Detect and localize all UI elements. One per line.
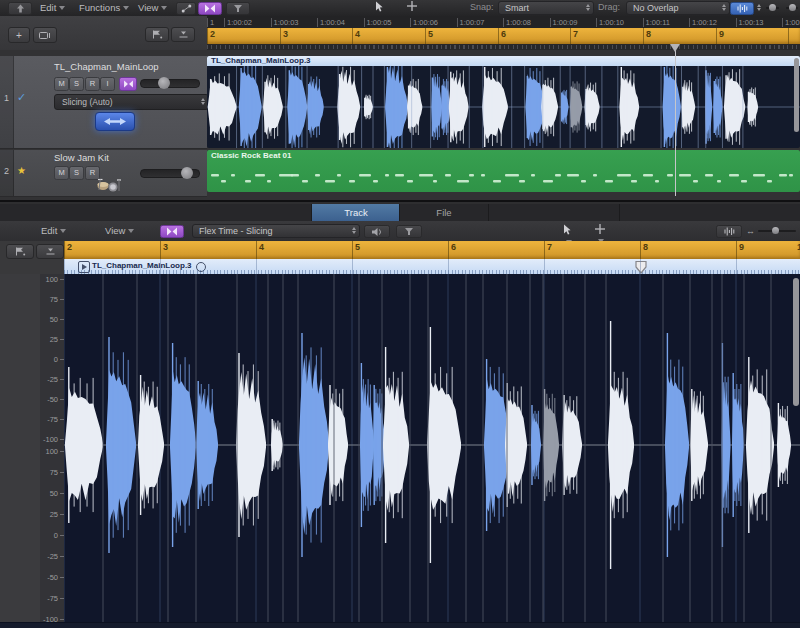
waveform-blob[interactable] xyxy=(619,77,639,140)
waveform-zoom-button[interactable] xyxy=(730,2,754,15)
waveform-blob[interactable] xyxy=(407,83,422,132)
editor-scrollbar-thumb[interactable] xyxy=(793,278,799,406)
waveform-blob[interactable] xyxy=(449,77,469,140)
tab-file[interactable]: File xyxy=(400,204,488,221)
nav-up-icon[interactable] xyxy=(8,2,32,15)
flex-icon xyxy=(204,4,216,13)
chevron-down-icon xyxy=(60,229,66,233)
flex-button[interactable] xyxy=(198,2,222,15)
editor-region-header[interactable]: TL_Chapman_MainLoop.3 xyxy=(64,259,800,274)
waveform-blob[interactable] xyxy=(287,70,307,146)
editor-filter-button[interactable] xyxy=(396,225,422,238)
editor-pointer-tool[interactable] xyxy=(560,224,575,237)
crosshair-tool-button[interactable] xyxy=(404,1,420,14)
scale-label: 0 xyxy=(54,531,58,540)
bar-ruler[interactable]: 23456789 xyxy=(207,28,800,44)
slider-knob[interactable] xyxy=(772,227,779,234)
track-collapse-button[interactable] xyxy=(171,27,195,42)
record-button[interactable]: R xyxy=(85,77,100,91)
scrollbar-thumb[interactable] xyxy=(794,58,799,132)
time-label: 1:00:04 xyxy=(320,18,345,27)
tab-track[interactable]: Track xyxy=(312,204,400,221)
midi-region[interactable]: Classic Rock Beat 01 xyxy=(207,150,800,192)
bar-separator xyxy=(736,241,737,259)
time-ruler[interactable]: 11:00:021:00:031:00:041:00:051:00:061:00… xyxy=(207,16,800,28)
track-star-icon[interactable]: ★ xyxy=(17,165,26,176)
prelisten-button[interactable] xyxy=(364,225,390,238)
crosshair-icon xyxy=(407,1,417,11)
horizontal-zoom-slider[interactable] xyxy=(786,7,798,9)
waveform-blob[interactable] xyxy=(663,71,681,144)
time-tick xyxy=(410,18,411,27)
waveform-blob[interactable] xyxy=(385,66,408,148)
waveform-blob[interactable] xyxy=(263,78,283,136)
playhead[interactable] xyxy=(675,50,676,196)
waveform-blob[interactable] xyxy=(724,75,745,142)
volume-slider[interactable] xyxy=(140,79,200,88)
editor-edit-menu[interactable]: Edit xyxy=(38,224,69,237)
bar-number: 6 xyxy=(451,242,456,252)
automation-button[interactable] xyxy=(176,2,196,15)
track-name[interactable]: Slow Jam Kit xyxy=(54,152,109,163)
midi-note xyxy=(555,174,561,176)
snap-select[interactable]: Smart xyxy=(498,1,594,15)
edit-menu[interactable]: Edit xyxy=(37,1,68,14)
transient-edit-button[interactable] xyxy=(95,112,135,131)
track-check-icon[interactable]: ✓ xyxy=(17,91,26,104)
functions-menu[interactable]: Functions xyxy=(76,1,132,14)
waveform-blob[interactable] xyxy=(337,71,360,145)
add-track-button[interactable]: + xyxy=(8,27,30,43)
track-name[interactable]: TL_Chapman_MainLoop xyxy=(54,61,159,72)
editor-bar-ruler[interactable]: 234567891 xyxy=(64,241,800,259)
volume-knob[interactable] xyxy=(181,167,193,179)
amplitude-scale: 1007550250-25-50-75-1001007550250-25-50-… xyxy=(40,274,64,622)
view-menu[interactable]: View xyxy=(135,1,170,14)
volume-knob[interactable] xyxy=(158,77,170,89)
editor-crosshair-tool[interactable] xyxy=(592,224,608,237)
editor-view-menu[interactable]: View xyxy=(102,224,137,237)
waveform-blob[interactable] xyxy=(208,79,237,135)
solo-button[interactable]: S xyxy=(69,166,84,180)
mute-button[interactable]: M xyxy=(54,166,69,180)
region-header[interactable]: TL_Chapman_MainLoop.3 xyxy=(207,56,800,66)
waveform-blob[interactable] xyxy=(585,85,600,128)
track-header-2[interactable]: 2 ★ Slow Jam Kit MSR xyxy=(0,150,207,197)
editor-collapse-button[interactable] xyxy=(36,244,64,259)
catch-playhead-button[interactable] xyxy=(6,244,34,259)
bar-number: 7 xyxy=(547,242,552,252)
drag-select[interactable]: No Overlap xyxy=(626,1,730,15)
solo-button[interactable]: S xyxy=(69,77,84,91)
waveform-blob[interactable] xyxy=(482,75,508,139)
editor-zoom-slider[interactable] xyxy=(758,230,796,232)
waveform-blob[interactable] xyxy=(307,81,324,135)
flex-mode-select[interactable]: Flex Time - Slicing xyxy=(192,224,360,238)
waveform-blob[interactable] xyxy=(541,83,558,132)
input-button[interactable]: I xyxy=(100,77,115,91)
track-flex-button[interactable] xyxy=(119,77,137,91)
pointer-tool-button[interactable] xyxy=(372,1,387,14)
editor-flex-button[interactable] xyxy=(160,225,184,238)
flex-marker[interactable] xyxy=(634,260,648,274)
playhead-handle[interactable] xyxy=(670,44,680,52)
waveform[interactable] xyxy=(207,66,800,148)
scale-label: 100 xyxy=(45,447,58,456)
waveform-zoom-icon xyxy=(723,227,736,236)
midi-note xyxy=(291,174,299,176)
slider-knob[interactable] xyxy=(769,4,776,11)
track-header-1[interactable]: 1 ✓ TL_Chapman_MainLoop MSRI Slicing (Au… xyxy=(0,56,207,149)
editor-waveform[interactable] xyxy=(64,274,800,622)
flex-mode-select[interactable]: Slicing (Auto) xyxy=(54,94,209,110)
duplicate-track-button[interactable] xyxy=(33,27,57,43)
flag-icon xyxy=(152,30,163,39)
catch-filter-button[interactable] xyxy=(226,2,250,15)
mute-button[interactable]: M xyxy=(54,77,69,91)
midi-note xyxy=(581,180,586,182)
track-display-mode-button[interactable] xyxy=(145,27,169,42)
editor-waveform-zoom-button[interactable] xyxy=(716,225,742,238)
vertical-zoom-slider[interactable] xyxy=(766,7,779,9)
slider-knob[interactable] xyxy=(789,4,796,11)
bar-separator xyxy=(640,241,641,259)
volume-slider[interactable] xyxy=(140,169,200,178)
waveform-blob[interactable] xyxy=(239,70,262,146)
audio-region[interactable]: TL_Chapman_MainLoop.3 xyxy=(207,56,800,148)
